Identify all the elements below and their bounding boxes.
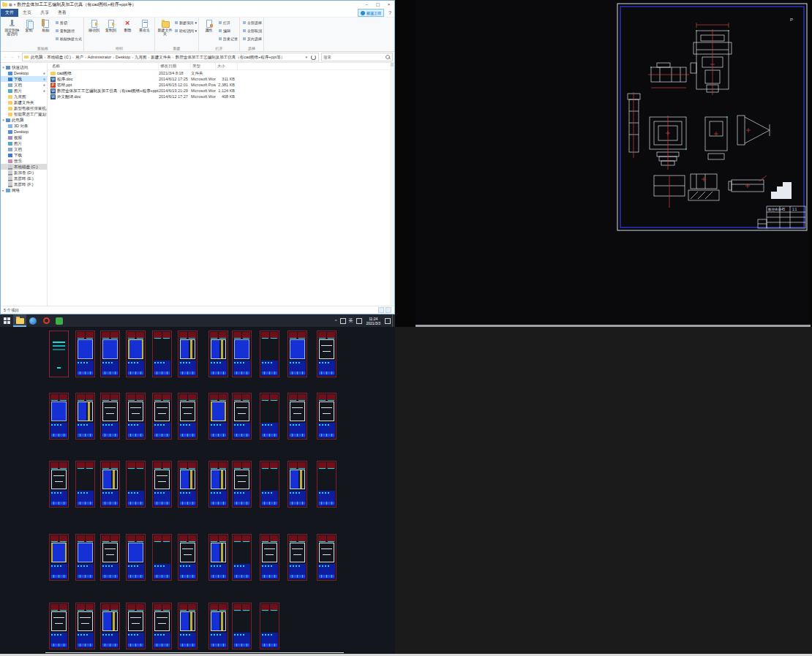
sidebar-item-3D 对象[interactable]: 3D 对象 <box>1 123 47 129</box>
drawing-thumbnail[interactable] <box>178 331 198 377</box>
drawing-thumbnail[interactable] <box>75 534 95 581</box>
drawing-thumbnail[interactable] <box>152 461 172 508</box>
ribbon-button-新建文件夹[interactable]: 新建文件夹 <box>157 18 173 45</box>
sidebar-item-黑群晖 (E:)[interactable]: 黑群晖 (E:) <box>1 176 47 181</box>
sidebar-item-图片[interactable]: 图片 <box>1 140 47 146</box>
sidebar-item-Desktop[interactable]: Desktop <box>1 70 47 76</box>
drawing-thumbnail[interactable] <box>232 461 252 508</box>
drawing-thumbnail[interactable] <box>232 331 252 377</box>
file-row[interactable]: W外文翻译.doc2014/6/12 17:27Microsoft Word .… <box>48 94 394 99</box>
drawing-thumbnail[interactable] <box>232 534 252 581</box>
drawing-thumbnail[interactable] <box>75 603 95 649</box>
drawing-thumbnail[interactable] <box>100 393 120 440</box>
ribbon-button-历史记录[interactable]: 历史记录 <box>219 34 238 42</box>
column-header-大小[interactable]: 大小 <box>216 63 238 69</box>
sidebar-item-图片[interactable]: 图片 <box>1 88 47 94</box>
help-button[interactable]: ? <box>388 10 391 15</box>
notification-icon[interactable] <box>385 318 391 324</box>
refresh-icon[interactable] <box>311 55 316 60</box>
breadcrumb-item[interactable]: 用户 <box>75 55 84 60</box>
up-icon[interactable]: ↑ <box>15 55 22 59</box>
sidebar-item-Desktop[interactable]: Desktop <box>1 129 47 135</box>
sidebar-item-新加卷 (D:)[interactable]: 新加卷 (D:) <box>1 170 47 176</box>
column-header-名称[interactable]: 名称 <box>50 63 159 69</box>
thumbnail-view-icon[interactable] <box>386 307 391 313</box>
ribbon-button-重命名[interactable]: 重命名 <box>136 18 153 45</box>
breadcrumb-item[interactable]: 本地磁盘 (C:) <box>46 55 72 60</box>
sidebar-item-文档[interactable]: 文档 <box>1 146 47 152</box>
drawing-thumbnail[interactable] <box>317 534 337 581</box>
cad-viewport[interactable]: P <box>395 0 812 327</box>
drawing-thumbnail[interactable] <box>260 534 279 581</box>
tab-主页[interactable]: 主页 <box>18 9 36 17</box>
sidebar-item-新建文件夹[interactable]: 新建文件夹 <box>1 99 47 105</box>
network-icon[interactable] <box>356 318 362 324</box>
sidebar-root-此电脑[interactable]: ▾此电脑 <box>1 117 47 123</box>
tree-arrow-icon[interactable]: ▾ <box>1 117 6 123</box>
sidebar-root-网络[interactable]: ▸网络 <box>1 187 47 193</box>
sidebar-item-下载[interactable]: 下载 <box>1 76 47 82</box>
back-icon[interactable]: ← <box>2 55 9 59</box>
qat-dropdown-icon[interactable]: ▾ <box>14 1 16 9</box>
breadcrumb-item[interactable]: 九霄图 <box>134 55 148 60</box>
breadcrumb-item[interactable]: Administrator <box>87 55 112 59</box>
tab-查看[interactable]: 查看 <box>53 9 71 17</box>
cad-thumbnail-grid[interactable] <box>0 327 395 656</box>
address-dropdown-icon[interactable]: ▾ <box>304 55 309 59</box>
file-row[interactable]: W程序.doc2014/6/12 17:25Microsoft Word ...… <box>48 76 394 82</box>
ribbon-button-复制[interactable]: 复制 <box>20 18 37 45</box>
drawing-thumbnail[interactable] <box>232 393 252 440</box>
file-row[interactable]: P答辩.ppt2014/6/15 12:01Microsoft Powe...2… <box>48 82 394 88</box>
ribbon-button-剪切[interactable]: 剪切 <box>56 18 82 26</box>
address-box[interactable]: 此电脑›本地磁盘 (C:)›用户›Administrator›Desktop›九… <box>22 53 319 61</box>
sidebar-item-下载[interactable]: 下载 <box>1 152 47 158</box>
list-view-icon[interactable] <box>378 307 384 313</box>
ribbon-button-新建项目 ▾[interactable]: 新建项目 ▾ <box>175 18 197 26</box>
maximize-button[interactable]: ▢ <box>372 1 383 9</box>
sidebar-item-九霄图[interactable]: 九霄图 <box>1 94 47 99</box>
forward-icon[interactable]: → <box>9 55 15 59</box>
drawing-thumbnail[interactable] <box>260 461 279 508</box>
drawing-thumbnail[interactable] <box>75 393 95 440</box>
drawing-thumbnail[interactable] <box>152 603 172 649</box>
clock[interactable]: 11:24 2021/3/3 <box>366 317 380 325</box>
ribbon-button-复制到[interactable]: 复制到 <box>102 18 119 45</box>
ribbon-button-属性[interactable]: 属性 <box>200 18 217 45</box>
drawing-thumbnail[interactable] <box>49 461 69 508</box>
drawing-thumbnail[interactable] <box>49 393 69 440</box>
taskbar-green-icon[interactable] <box>53 314 66 327</box>
drawing-thumbnail[interactable] <box>126 331 146 377</box>
drawing-thumbnail[interactable] <box>287 461 307 508</box>
ribbon-button-全部选择[interactable]: 全部选择 <box>243 18 262 26</box>
drawing-thumbnail[interactable] <box>317 331 337 377</box>
drawing-thumbnail[interactable] <box>208 461 228 508</box>
start-button[interactable] <box>0 314 13 327</box>
ribbon-button-打开[interactable]: 打开 <box>219 18 238 26</box>
drawing-thumbnail[interactable] <box>260 331 279 377</box>
ribbon-button-轻松访问 ▾[interactable]: 轻松访问 ▾ <box>175 26 197 34</box>
tray-chevron-icon[interactable]: ^ <box>335 319 337 323</box>
drawing-thumbnail[interactable] <box>126 393 146 440</box>
drawing-thumbnail[interactable] <box>100 534 120 581</box>
ribbon-button-粘贴[interactable]: 粘贴 <box>37 18 54 45</box>
sidebar-root-快速访问[interactable]: ▾快速访问 <box>1 64 47 70</box>
qat-computer-icon[interactable]: ▦ <box>9 1 12 9</box>
tree-arrow-icon[interactable]: ▸ <box>1 187 6 193</box>
ribbon-button-固定到快速访问[interactable]: 固定到快速访问 <box>4 18 20 45</box>
taskbar-opera-icon[interactable] <box>40 314 53 327</box>
drawing-thumbnail[interactable] <box>317 461 337 508</box>
sidebar-item-本地磁盘 (C:)[interactable]: 本地磁盘 (C:) <box>1 164 47 170</box>
taskbar-browser-icon[interactable] <box>26 314 40 327</box>
drawing-thumbnail[interactable] <box>152 534 172 581</box>
drawing-thumbnail[interactable] <box>126 461 146 508</box>
ime-indicator[interactable]: 英 <box>349 317 353 324</box>
drawing-thumbnail[interactable] <box>287 534 307 581</box>
breadcrumb-item[interactable]: 此电脑 <box>30 55 44 60</box>
ribbon-button-粘贴快捷方式[interactable]: 粘贴快捷方式 <box>56 34 82 42</box>
column-header-修改日期[interactable]: 修改日期 <box>159 63 191 69</box>
drawing-thumbnail[interactable] <box>208 603 228 649</box>
drawing-thumbnail[interactable] <box>178 393 198 440</box>
sidebar-item-视频[interactable]: 视频 <box>1 135 47 140</box>
drawing-thumbnail[interactable] <box>317 393 337 440</box>
sidebar-item-黑群晖 (F:)[interactable]: 黑群晖 (F:) <box>1 181 47 187</box>
